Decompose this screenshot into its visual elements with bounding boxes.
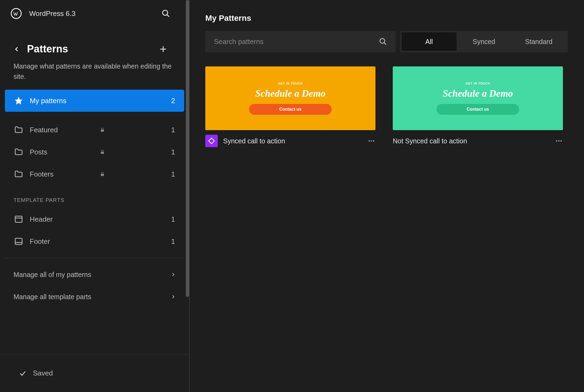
search-input[interactable] [214, 38, 379, 46]
pattern-name[interactable]: Not Synced call to action [393, 137, 549, 145]
pattern-actions-button[interactable] [367, 137, 375, 145]
svg-marker-4 [15, 97, 22, 104]
sidebar-item-footers[interactable]: Footers 1 [5, 163, 184, 185]
sidebar-item-label: Header [30, 215, 171, 224]
preview-eyebrow: GET IN TOUCH [466, 82, 490, 85]
back-button[interactable] [14, 46, 20, 52]
folder-icon [14, 125, 23, 134]
preview-headline: Schedule a Demo [443, 88, 513, 99]
site-title: WordPress 6.3 [29, 9, 154, 18]
preview-headline: Schedule a Demo [255, 88, 325, 99]
svg-rect-6 [101, 152, 104, 154]
pattern-card: GET IN TOUCH Schedule a Demo Contact us … [205, 66, 375, 152]
saved-status: Saved [0, 354, 189, 392]
sidebar-item-count: 1 [171, 148, 175, 156]
pattern-name[interactable]: Synced call to action [223, 137, 362, 145]
svg-point-19 [558, 140, 560, 142]
manage-all-patterns-link[interactable]: Manage all of my patterns [0, 263, 189, 286]
chevron-right-icon [171, 272, 176, 277]
sidebar-item-count: 1 [171, 126, 175, 134]
sidebar-item-footer-part[interactable]: Footer 1 [5, 230, 184, 252]
folder-icon [14, 147, 23, 157]
svg-rect-10 [15, 238, 22, 245]
preview-cta: Contact us [437, 104, 519, 115]
sync-filter-group: All Synced Standard [400, 31, 568, 52]
sidebar-divider [189, 0, 190, 392]
page-title: My Patterns [205, 13, 568, 23]
sidebar-item-featured[interactable]: Featured 1 [5, 119, 184, 141]
sidebar-item-header-part[interactable]: Header 1 [5, 208, 184, 230]
panel-title: Patterns [27, 43, 159, 55]
svg-line-1 [167, 15, 169, 17]
open-command-palette-button[interactable] [162, 9, 170, 18]
svg-point-16 [371, 140, 372, 142]
check-icon [19, 370, 26, 377]
sidebar-item-label: Footer [30, 237, 171, 246]
svg-rect-5 [101, 130, 104, 132]
star-icon [14, 96, 23, 105]
sidebar-item-label: Footers [30, 170, 96, 178]
preview-eyebrow: GET IN TOUCH [278, 82, 303, 85]
chevron-right-icon [171, 294, 176, 299]
pattern-card: GET IN TOUCH Schedule a Demo Contact us … [393, 66, 563, 152]
sidebar-item-label: Posts [30, 148, 96, 156]
lock-icon [100, 171, 105, 177]
sidebar-scrollbar[interactable] [186, 0, 189, 297]
svg-point-20 [560, 140, 562, 142]
lock-icon [100, 149, 105, 155]
filter-all-button[interactable]: All [402, 32, 457, 51]
pattern-preview[interactable]: GET IN TOUCH Schedule a Demo Contact us [205, 66, 375, 130]
folder-icon [14, 170, 23, 179]
svg-point-12 [380, 39, 385, 43]
add-pattern-button[interactable] [159, 45, 167, 53]
sidebar-item-count: 1 [171, 170, 175, 178]
svg-point-17 [373, 140, 374, 142]
svg-rect-14 [209, 138, 214, 144]
sidebar-divider [5, 258, 184, 258]
synced-pattern-icon [205, 135, 218, 147]
svg-point-18 [556, 140, 558, 142]
sidebar-item-posts[interactable]: Posts 1 [5, 141, 184, 163]
svg-point-15 [369, 140, 370, 142]
pattern-actions-button[interactable] [555, 137, 563, 145]
sidebar-item-count: 2 [171, 97, 175, 105]
manage-all-template-parts-link[interactable]: Manage all template parts [0, 286, 189, 308]
template-parts-heading: Template Parts [0, 185, 189, 208]
svg-point-0 [163, 10, 168, 15]
filter-synced-button[interactable]: Synced [457, 32, 511, 51]
wordpress-logo-icon[interactable] [11, 8, 22, 19]
preview-cta: Contact us [249, 104, 332, 115]
saved-label: Saved [33, 369, 53, 377]
search-icon [379, 38, 387, 46]
search-patterns-input[interactable] [205, 31, 396, 52]
sidebar-item-count: 1 [171, 237, 175, 246]
manage-link-label: Manage all template parts [14, 293, 171, 301]
svg-rect-7 [101, 174, 104, 176]
sidebar-item-label: My patterns [30, 97, 171, 105]
filter-standard-button[interactable]: Standard [511, 32, 566, 51]
svg-rect-8 [15, 216, 22, 222]
header-layout-icon [14, 215, 23, 224]
sidebar-item-label: Featured [30, 126, 96, 134]
lock-icon [100, 127, 105, 133]
sidebar-item-my-patterns[interactable]: My patterns 2 [5, 90, 184, 112]
pattern-preview[interactable]: GET IN TOUCH Schedule a Demo Contact us [393, 66, 563, 130]
svg-line-13 [384, 43, 386, 45]
panel-description: Manage what patterns are available when … [0, 58, 189, 90]
manage-link-label: Manage all of my patterns [14, 271, 171, 279]
footer-layout-icon [14, 237, 23, 246]
sidebar-item-count: 1 [171, 215, 175, 224]
